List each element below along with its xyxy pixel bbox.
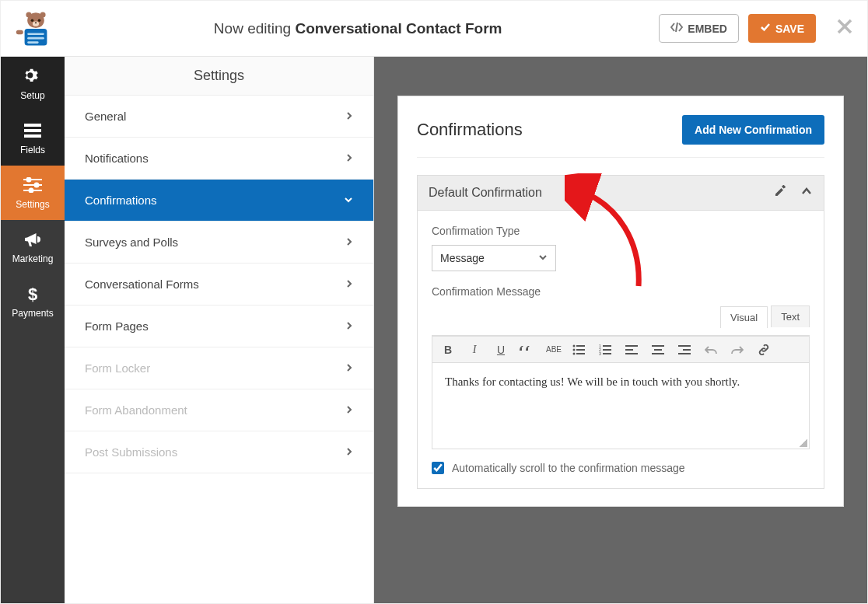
svg-point-3 bbox=[26, 12, 31, 17]
bold-icon[interactable]: B bbox=[440, 344, 456, 356]
ul-icon[interactable] bbox=[572, 344, 588, 355]
editor-textarea[interactable]: Thanks for contacting us! We will be in … bbox=[432, 363, 809, 449]
collapse-icon[interactable] bbox=[800, 185, 813, 201]
svg-rect-40 bbox=[678, 345, 691, 347]
svg-rect-27 bbox=[576, 353, 585, 354]
nav-marketing[interactable]: Marketing bbox=[1, 220, 65, 274]
sidebar-item-label: Notifications bbox=[85, 152, 149, 165]
nav-payments[interactable]: $ Payments bbox=[1, 274, 65, 329]
align-right-icon[interactable] bbox=[678, 344, 694, 355]
svg-rect-33 bbox=[603, 353, 611, 354]
svg-rect-41 bbox=[683, 349, 691, 351]
svg-rect-29 bbox=[603, 345, 611, 347]
sidebar-item-label: Form Abandonment bbox=[85, 403, 187, 417]
svg-rect-12 bbox=[24, 124, 41, 127]
sliders-icon bbox=[23, 176, 42, 194]
svg-rect-23 bbox=[576, 345, 585, 347]
auto-scroll-label[interactable]: Automatically scroll to the confirmation… bbox=[452, 462, 685, 474]
save-button[interactable]: SAVE bbox=[748, 14, 816, 43]
align-left-icon[interactable] bbox=[625, 344, 641, 355]
nav-setup[interactable]: Setup bbox=[1, 57, 65, 111]
redo-icon[interactable] bbox=[731, 344, 747, 355]
svg-rect-25 bbox=[576, 349, 585, 351]
chevron-right-icon bbox=[345, 152, 353, 165]
message-label: Confirmation Message bbox=[432, 285, 810, 298]
svg-rect-13 bbox=[24, 129, 41, 132]
svg-rect-34 bbox=[625, 345, 638, 347]
svg-rect-11 bbox=[16, 30, 23, 33]
edit-icon[interactable] bbox=[774, 185, 786, 201]
quote-icon[interactable] bbox=[520, 344, 535, 355]
italic-icon[interactable]: I bbox=[467, 343, 482, 356]
svg-text:$: $ bbox=[28, 285, 37, 303]
svg-rect-36 bbox=[625, 353, 638, 354]
svg-rect-9 bbox=[27, 37, 44, 39]
check-icon bbox=[760, 22, 771, 35]
svg-point-2 bbox=[38, 19, 41, 22]
svg-point-16 bbox=[27, 178, 31, 182]
svg-point-6 bbox=[35, 22, 37, 23]
chevron-right-icon bbox=[345, 404, 353, 417]
dollar-icon: $ bbox=[23, 285, 42, 303]
sidebar-item-label: General bbox=[85, 110, 126, 123]
sidebar-item-confirmations[interactable]: Confirmations bbox=[65, 180, 373, 222]
svg-point-22 bbox=[573, 344, 576, 347]
link-icon[interactable] bbox=[758, 344, 773, 355]
sidebar-item-conversational-forms[interactable]: Conversational Forms bbox=[65, 264, 373, 305]
chevron-right-icon bbox=[345, 236, 353, 249]
svg-rect-10 bbox=[27, 41, 38, 44]
align-center-icon[interactable] bbox=[652, 344, 667, 355]
page-title: Now editing Conversational Contact Form bbox=[57, 20, 659, 37]
svg-point-26 bbox=[573, 352, 576, 354]
undo-icon[interactable] bbox=[705, 344, 720, 355]
svg-rect-14 bbox=[24, 134, 41, 138]
sidebar-item-label: Form Locker bbox=[85, 361, 150, 375]
strike-icon[interactable]: ABE bbox=[546, 345, 562, 354]
chevron-right-icon bbox=[345, 320, 353, 333]
sidebar-item-label: Form Pages bbox=[85, 319, 149, 333]
list-icon bbox=[23, 121, 42, 140]
sidebar-item-label: Surveys and Polls bbox=[85, 236, 178, 249]
svg-rect-31 bbox=[603, 349, 611, 351]
svg-rect-8 bbox=[27, 33, 44, 35]
svg-rect-39 bbox=[652, 353, 664, 354]
sidebar-item-label: Post Submissions bbox=[85, 445, 177, 459]
settings-title: Settings bbox=[65, 57, 373, 96]
sidebar-item-form-abandonment[interactable]: Form Abandonment bbox=[65, 389, 373, 431]
sidebar-item-post-submissions[interactable]: Post Submissions bbox=[65, 431, 373, 473]
close-icon[interactable] bbox=[836, 16, 853, 40]
app-logo bbox=[15, 10, 57, 47]
sidebar-item-surveys-and-polls[interactable]: Surveys and Polls bbox=[65, 222, 373, 264]
svg-point-24 bbox=[573, 348, 576, 351]
auto-scroll-checkbox[interactable] bbox=[432, 462, 444, 474]
svg-rect-37 bbox=[652, 345, 664, 347]
ol-icon[interactable]: 123 bbox=[599, 344, 614, 355]
sidebar-item-general[interactable]: General bbox=[65, 96, 373, 138]
chevron-right-icon bbox=[345, 278, 353, 291]
chevron-down-icon bbox=[538, 252, 548, 264]
svg-point-18 bbox=[35, 183, 39, 187]
add-confirmation-button[interactable]: Add New Confirmation bbox=[682, 115, 824, 145]
sidebar-item-label: Confirmations bbox=[85, 194, 157, 207]
type-label: Confirmation Type bbox=[432, 225, 810, 237]
svg-point-4 bbox=[40, 12, 45, 17]
sidebar-item-label: Conversational Forms bbox=[85, 278, 199, 291]
accordion-title: Default Confirmation bbox=[429, 186, 542, 200]
confirmation-type-select[interactable]: Message bbox=[432, 245, 556, 271]
text-tab[interactable]: Text bbox=[771, 305, 810, 327]
sidebar-item-notifications[interactable]: Notifications bbox=[65, 138, 373, 180]
embed-button[interactable]: EMBED bbox=[659, 14, 739, 43]
sidebar-item-form-locker[interactable]: Form Locker bbox=[65, 347, 373, 389]
nav-settings[interactable]: Settings bbox=[1, 166, 65, 220]
nav-fields[interactable]: Fields bbox=[1, 111, 65, 166]
sidebar-item-form-pages[interactable]: Form Pages bbox=[65, 305, 373, 347]
code-icon bbox=[670, 22, 683, 35]
megaphone-icon bbox=[23, 230, 42, 249]
visual-tab[interactable]: Visual bbox=[720, 306, 768, 328]
confirmations-heading: Confirmations bbox=[417, 120, 523, 140]
chevron-right-icon bbox=[345, 110, 353, 123]
underline-icon[interactable]: U bbox=[493, 344, 509, 356]
svg-rect-35 bbox=[625, 349, 633, 351]
svg-rect-42 bbox=[678, 353, 691, 354]
svg-point-1 bbox=[31, 19, 34, 22]
